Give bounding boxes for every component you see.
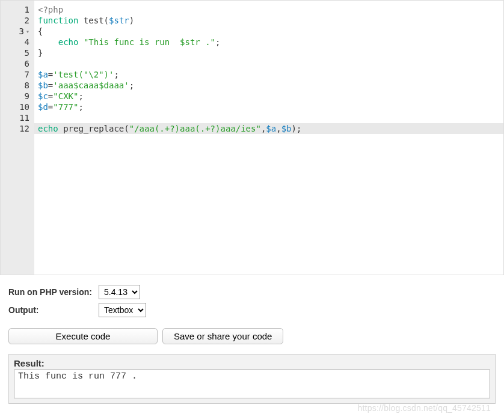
code-line[interactable] bbox=[34, 58, 503, 69]
code-line[interactable]: $a='test("\2")'; bbox=[34, 69, 503, 80]
code-line[interactable]: <?php bbox=[34, 4, 503, 15]
code-editor[interactable]: 123456789101112 <?phpfunction test($str)… bbox=[0, 0, 504, 275]
code-line[interactable]: $c="CXK"; bbox=[34, 91, 503, 102]
code-line[interactable]: $d="777"; bbox=[34, 102, 503, 112]
php-version-select[interactable]: 5.4.13 bbox=[99, 285, 140, 299]
result-label: Result: bbox=[14, 358, 490, 368]
line-number: 5 bbox=[4, 47, 29, 58]
line-number: 1 bbox=[4, 4, 29, 15]
line-number-gutter: 123456789101112 bbox=[1, 1, 34, 275]
code-line[interactable]: echo "This func is run $str ."; bbox=[34, 37, 503, 47]
result-output[interactable]: This func is run 777 . bbox=[14, 370, 490, 398]
line-number: 3 bbox=[4, 26, 29, 37]
code-line[interactable]: $b='aaa$caaa$daaa'; bbox=[34, 80, 503, 91]
output-select[interactable]: Textbox bbox=[99, 303, 146, 317]
line-number: 12 bbox=[4, 123, 29, 134]
controls-panel: Run on PHP version: 5.4.13 Output: Textb… bbox=[8, 285, 504, 317]
button-row: Execute code Save or share your code bbox=[8, 328, 504, 344]
code-area[interactable]: <?phpfunction test($str){ echo "This fun… bbox=[34, 1, 503, 275]
line-number: 9 bbox=[4, 91, 29, 102]
code-line[interactable]: echo preg_replace("/aaa(.+?)aaa(.+?)aaa/… bbox=[34, 123, 503, 134]
code-line[interactable]: { bbox=[34, 26, 503, 37]
line-number: 6 bbox=[4, 58, 29, 69]
output-label: Output: bbox=[8, 305, 99, 315]
code-line[interactable]: } bbox=[34, 47, 503, 58]
line-number: 2 bbox=[4, 15, 29, 26]
result-panel: Result: This func is run 777 . bbox=[8, 354, 496, 404]
code-line[interactable]: function test($str) bbox=[34, 15, 503, 26]
save-share-button[interactable]: Save or share your code bbox=[162, 328, 283, 344]
code-line[interactable] bbox=[34, 112, 503, 123]
execute-button[interactable]: Execute code bbox=[8, 328, 158, 344]
line-number: 10 bbox=[4, 102, 29, 112]
line-number: 8 bbox=[4, 80, 29, 91]
line-number: 4 bbox=[4, 37, 29, 47]
line-number: 11 bbox=[4, 112, 29, 123]
php-version-label: Run on PHP version: bbox=[8, 287, 99, 297]
line-number: 7 bbox=[4, 69, 29, 80]
